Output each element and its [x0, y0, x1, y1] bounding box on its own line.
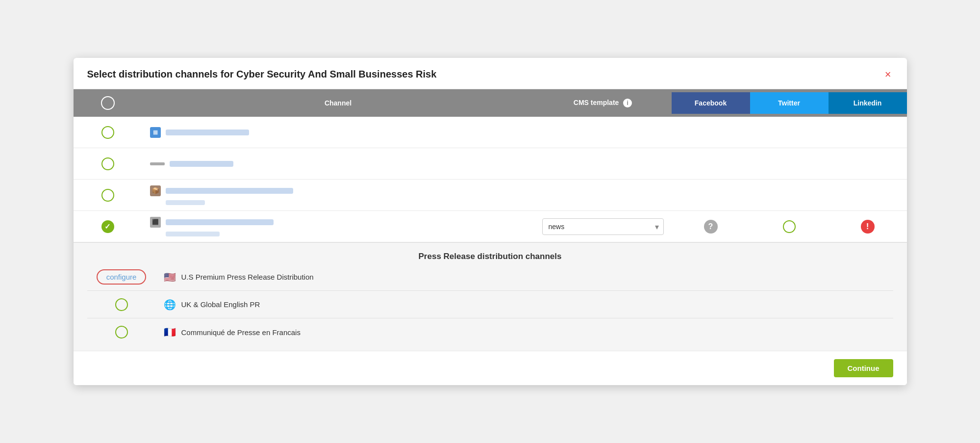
row2-twitter [750, 159, 829, 169]
row2-template [534, 159, 672, 169]
pr3-channel: 🇫🇷 Communiqué de Presse en Francais [156, 321, 893, 343]
info-icon: i [623, 99, 632, 107]
blurred-text [170, 161, 233, 167]
facebook-header-label: Facebook [695, 99, 727, 107]
alert-icon[interactable]: ! [861, 220, 875, 234]
pr-row-1: configure 🇺🇸 U.S Premium Press Release D… [87, 263, 893, 291]
row3-channel: 📦 [142, 181, 534, 210]
blurred-text [166, 188, 293, 194]
radio-empty[interactable] [101, 157, 114, 170]
row3-template [534, 190, 672, 200]
channel-row-4: ⬛ news blog article ? ! [74, 211, 907, 242]
press-release-section: Press Release distribution channels conf… [74, 242, 907, 351]
row1-channel: ▦ [142, 122, 534, 143]
row4-linkedin[interactable]: ! [829, 215, 907, 238]
template-select[interactable]: news blog article [542, 218, 664, 235]
row4-twitter[interactable] [750, 215, 829, 238]
pr2-name: UK & Global English PR [181, 300, 260, 309]
cms-template-header-label: CMS template [574, 99, 619, 106]
row1-template [534, 128, 672, 137]
row3-facebook [672, 190, 750, 200]
th-select-all[interactable] [74, 89, 142, 117]
row4-check[interactable] [74, 215, 142, 238]
row4-template[interactable]: news blog article [534, 213, 672, 240]
template-select-wrapper[interactable]: news blog article [542, 218, 664, 235]
pr2-channel: 🌐 UK & Global English PR [156, 294, 893, 315]
channel-row-3: 📦 [74, 180, 907, 211]
blurred-text-sm [166, 200, 205, 205]
select-all-circle[interactable] [101, 96, 115, 110]
blurred-text [166, 219, 274, 225]
modal-header: Select distribution channels for Cyber S… [74, 58, 907, 89]
row1-facebook [672, 128, 750, 137]
row1-check[interactable] [74, 121, 142, 144]
row2-linkedin [829, 159, 907, 169]
row1-twitter [750, 128, 829, 137]
channel-row-1: ▦ [74, 117, 907, 148]
pr3-flag: 🇫🇷 [164, 326, 176, 338]
channel-icon-blue: ▦ [150, 127, 161, 138]
pr2-check[interactable] [87, 298, 156, 311]
row2-facebook [672, 159, 750, 169]
channel-row-2 [74, 148, 907, 180]
row4-channel: ⬛ [142, 212, 534, 241]
radio-empty[interactable] [101, 189, 114, 202]
table-header: Channel CMS template i Facebook Twitter … [74, 89, 907, 117]
linkedin-header-label: Linkedin [854, 99, 882, 107]
th-linkedin: Linkedin [829, 92, 907, 114]
modal-footer: Continue [74, 351, 907, 385]
twitter-header-label: Twitter [778, 99, 800, 107]
pr1-check[interactable]: configure [87, 269, 156, 285]
continue-button[interactable]: Continue [834, 359, 893, 377]
radio-empty-pr2[interactable] [115, 298, 128, 311]
configure-button[interactable]: configure [97, 269, 147, 285]
channel-line: ▦ [150, 127, 527, 138]
pr3-check[interactable] [87, 326, 156, 339]
modal: Select distribution channels for Cyber S… [74, 58, 907, 385]
row3-linkedin [829, 190, 907, 200]
row3-check[interactable] [74, 184, 142, 207]
modal-title: Select distribution channels for Cyber S… [87, 69, 437, 80]
pr-row-3: 🇫🇷 Communiqué de Presse en Francais [87, 318, 893, 346]
close-button[interactable]: × [883, 69, 893, 80]
pr-row-2: 🌐 UK & Global English PR [87, 291, 893, 318]
line-icon [150, 162, 165, 165]
row2-check[interactable] [74, 153, 142, 175]
pr1-channel: 🇺🇸 U.S Premium Press Release Distributio… [156, 266, 893, 288]
channel-line: ⬛ [150, 217, 527, 228]
radio-empty-pr3[interactable] [115, 326, 128, 339]
question-icon[interactable]: ? [704, 220, 718, 234]
channel-icon-gray: ⬛ [150, 217, 161, 228]
th-facebook: Facebook [672, 92, 750, 114]
th-twitter: Twitter [750, 92, 829, 114]
blurred-text-sm [166, 232, 220, 236]
row2-channel [142, 156, 534, 172]
th-channel: Channel [142, 92, 534, 114]
th-cms-template: CMS template i [534, 92, 672, 114]
channel-icon-brown: 📦 [150, 185, 161, 196]
row3-twitter [750, 190, 829, 200]
row1-linkedin [829, 128, 907, 137]
pr2-flag: 🌐 [164, 299, 176, 311]
pr3-name: Communiqué de Presse en Francais [181, 328, 301, 337]
pr1-flag: 🇺🇸 [164, 271, 176, 283]
press-release-title: Press Release distribution channels [87, 252, 893, 261]
radio-empty[interactable] [101, 126, 114, 139]
radio-empty-twitter[interactable] [783, 220, 796, 233]
row4-facebook[interactable]: ? [672, 215, 750, 238]
channel-header-label: Channel [325, 99, 352, 107]
radio-checked[interactable] [101, 220, 114, 233]
channel-line: 📦 [150, 185, 527, 196]
pr1-name: U.S Premium Press Release Distribution [181, 273, 314, 281]
channel-line [150, 161, 527, 167]
blurred-text [166, 130, 249, 135]
